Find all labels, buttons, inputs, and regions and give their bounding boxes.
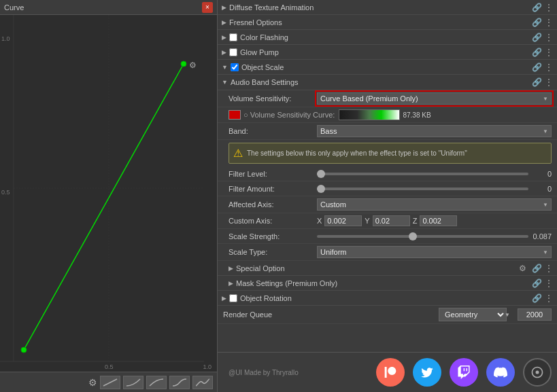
credit-text: @UI Made by Thryrallo	[229, 369, 299, 376]
object-rotation-arrow[interactable]: ▶	[222, 295, 226, 302]
audio-band-header: ▼ Audio Band Settings 🔗 ⋮	[218, 75, 557, 90]
object-scale-link-icon[interactable]: 🔗	[532, 63, 542, 72]
right-panel: ▶ Diffuse Texture Animation 🔗 ⋮ ▶ Fresne…	[218, 0, 557, 392]
mask-settings-arrow[interactable]: ▶	[229, 280, 233, 287]
scale-type-row: Scale Type: Uniform Non-Uniform	[218, 244, 557, 261]
mask-settings-dots-icon[interactable]: ⋮	[545, 279, 553, 288]
special-option-link-icon[interactable]: 🔗	[532, 264, 542, 273]
filter-amount-slider[interactable]	[317, 188, 528, 190]
filter-level-slider[interactable]	[317, 173, 528, 175]
special-option-dots-icon[interactable]: ⋮	[545, 264, 553, 273]
band-label: Band:	[229, 127, 317, 135]
color-flashing-checkbox[interactable]	[229, 33, 237, 41]
color-flashing-arrow[interactable]: ▶	[222, 34, 226, 41]
curve-tool-ease-out[interactable]	[146, 376, 167, 389]
fresnel-link-icon[interactable]: 🔗	[532, 18, 542, 27]
color-flashing-link-icon[interactable]: 🔗	[532, 33, 542, 42]
curve-preview-thumbnail[interactable]	[339, 109, 400, 120]
axis-z-letter: Z	[413, 217, 418, 225]
glow-pump-label: Glow Pump	[240, 48, 532, 56]
mask-settings-section: ▶ Mask Settings (Premium Only) 🔗 ⋮	[218, 276, 557, 291]
object-rotation-dots-icon[interactable]: ⋮	[545, 293, 553, 303]
object-scale-checkbox[interactable]	[231, 63, 239, 71]
volume-sensitivity-dropdown[interactable]: Curve Based (Premium Only) Linear Logari…	[317, 92, 552, 105]
color-flashing-label: Color Flashing	[240, 33, 532, 41]
render-queue-row: Render Queue Geometry Background AlphaTe…	[218, 306, 557, 324]
close-button[interactable]: ×	[202, 2, 213, 13]
scale-type-label: Scale Type:	[229, 248, 317, 256]
object-scale-arrow[interactable]: ▼	[222, 64, 228, 71]
volume-sensitivity-row: Volume Sensitivity: Curve Based (Premium…	[218, 90, 557, 107]
fresnel-arrow[interactable]: ▶	[222, 19, 226, 26]
diffuse-texture-label: Diffuse Texture Animation	[229, 3, 532, 12]
render-queue-label: Render Queue	[223, 310, 439, 319]
scale-strength-slider-container: 0.087	[317, 232, 552, 240]
audio-band-link-icon[interactable]: 🔗	[532, 77, 542, 87]
x-label-end: 1.0	[203, 363, 212, 370]
object-rotation-link-icon[interactable]: 🔗	[532, 293, 542, 303]
curve-canvas[interactable]: 1.0 0.5 ⚙	[0, 15, 217, 362]
diffuse-texture-link-icon[interactable]: 🔗	[532, 3, 542, 12]
scale-type-value: Uniform Non-Uniform	[317, 246, 552, 258]
band-row: Band: Bass Mid Treble All	[218, 123, 557, 140]
scale-strength-slider[interactable]	[317, 235, 528, 238]
curve-color-swatch[interactable]	[229, 110, 241, 120]
section-fresnel: ▶ Fresnel Options 🔗 ⋮	[218, 15, 557, 30]
object-rotation-checkbox[interactable]	[229, 294, 237, 302]
axis-x-letter: X	[317, 217, 322, 225]
mask-settings-link-icon[interactable]: 🔗	[532, 279, 542, 288]
custom-axis-y-input[interactable]	[373, 215, 410, 226]
custom-axis-z-input[interactable]	[420, 215, 457, 226]
render-queue-value-input[interactable]	[518, 308, 552, 321]
render-queue-dropdown[interactable]: Geometry Background AlphaTest Transparen…	[439, 308, 507, 321]
object-scale-dots-icon[interactable]: ⋮	[545, 63, 553, 72]
fresnel-dots-icon[interactable]: ⋮	[545, 18, 553, 27]
audio-band-dots-icon[interactable]: ⋮	[545, 77, 553, 87]
curve-tool-ease-in-out[interactable]	[169, 376, 190, 389]
band-dropdown[interactable]: Bass Mid Treble All	[317, 125, 552, 137]
curve-tool-linear[interactable]	[100, 376, 120, 389]
other-social-icon[interactable]	[523, 358, 552, 387]
glow-pump-checkbox[interactable]	[229, 48, 237, 56]
warning-box: ⚠ The settings below this only apply whe…	[229, 143, 552, 164]
band-value: Bass Mid Treble All	[317, 125, 552, 137]
custom-axis-row: Custom Axis: X Y Z	[218, 213, 557, 229]
scale-type-dropdown[interactable]: Uniform Non-Uniform	[317, 246, 552, 258]
glow-pump-dots-icon[interactable]: ⋮	[545, 48, 553, 57]
object-rotation-label: Object Rotation	[240, 294, 532, 302]
discord-icon[interactable]	[486, 358, 515, 387]
object-rotation-section: ▶ Object Rotation 🔗 ⋮	[218, 291, 557, 306]
twitch-icon[interactable]	[450, 358, 478, 387]
custom-axis-label: Custom Axis:	[229, 217, 317, 225]
scale-strength-label: Scale Strength:	[229, 232, 317, 240]
audio-band-label: Audio Band Settings	[231, 78, 532, 86]
diffuse-texture-arrow[interactable]: ▶	[222, 4, 226, 11]
affected-axis-dropdown[interactable]: Custom X Y Z XY XZ YZ XYZ	[317, 198, 552, 211]
special-option-label: Special Option	[236, 264, 519, 272]
twitter-icon[interactable]	[413, 358, 441, 387]
filter-level-label: Filter Level:	[229, 170, 317, 178]
filter-level-slider-container: 0	[317, 170, 552, 178]
filter-level-row: Filter Level: 0	[218, 166, 557, 181]
special-option-gear-icon[interactable]: ⚙	[519, 264, 526, 273]
filter-amount-value: 0	[531, 185, 552, 193]
glow-pump-arrow[interactable]: ▶	[222, 49, 226, 56]
curve-tool-ease-in[interactable]	[123, 376, 144, 389]
audio-band-arrow[interactable]: ▼	[222, 79, 228, 86]
curve-toolbar: ⚙	[0, 372, 217, 392]
x-labels-row: 0.5 1.0	[0, 362, 217, 372]
svg-line-7	[103, 379, 117, 386]
curve-settings-gear-icon[interactable]: ⚙	[88, 377, 97, 388]
svg-line-4	[24, 64, 184, 350]
custom-axis-inputs: X Y Z	[317, 215, 552, 226]
curve-tool-s-curve[interactable]	[192, 376, 213, 389]
affected-axis-value: Custom X Y Z XY XZ YZ XYZ	[317, 198, 552, 211]
color-flashing-dots-icon[interactable]: ⋮	[545, 33, 553, 42]
custom-axis-x-input[interactable]	[324, 215, 362, 226]
filter-level-value: 0	[531, 170, 552, 178]
diffuse-texture-dots-icon[interactable]: ⋮	[545, 3, 553, 12]
glow-pump-link-icon[interactable]: 🔗	[532, 48, 542, 57]
special-option-arrow[interactable]: ▶	[229, 265, 233, 272]
patreon-icon[interactable]	[376, 358, 405, 387]
section-color-flashing: ▶ Color Flashing 🔗 ⋮	[218, 30, 557, 45]
